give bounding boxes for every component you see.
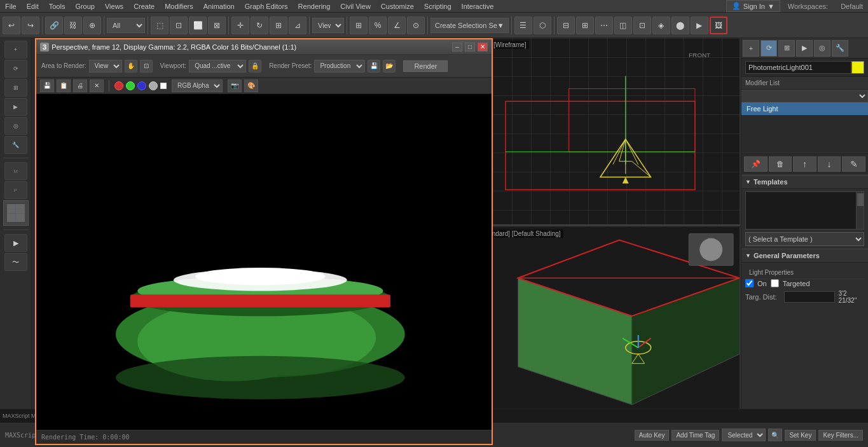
menu-rendering[interactable]: Rendering [293,1,336,11]
rp-motion-btn[interactable]: ▶ [796,40,813,57]
modifier-pin-btn[interactable]: 📌 [744,156,768,172]
select-region-button[interactable]: ⊡ [170,17,188,34]
selected-dropdown[interactable]: Selected [722,429,766,441]
create-panel-btn[interactable]: + [4,41,27,58]
menu-scripting[interactable]: Scripting [419,1,457,11]
targeted-checkbox[interactable] [771,279,779,287]
object-color-swatch[interactable] [851,61,864,74]
sidebar-nav-btn1[interactable]: M [4,162,27,180]
menu-modifiers[interactable]: Modifiers [160,1,198,11]
menu-edit[interactable]: Edit [22,1,44,11]
quick-render-button[interactable]: ▶ [691,17,708,34]
area-icon-btn[interactable]: ✋ [125,60,137,72]
blue-channel-btn[interactable] [137,81,146,90]
mirror-button[interactable]: ⊞ [270,17,287,34]
menu-animation[interactable]: Animation [198,1,240,11]
select-fence-button[interactable]: ⬜ [189,17,207,34]
move-button[interactable]: ✛ [231,17,249,34]
lock-viewport-btn[interactable]: 🔒 [249,60,261,72]
menu-customize[interactable]: Customize [376,1,419,11]
menu-graph-editors[interactable]: Graph Editors [240,1,293,11]
rp-display-btn[interactable]: ◎ [814,40,830,57]
add-time-tag-btn[interactable]: Add Time Tag [672,430,719,441]
unlink-button[interactable]: ⛓ [64,17,82,34]
menu-file[interactable]: File [0,1,22,11]
templates-scrollthumb[interactable] [857,193,864,206]
undo-button[interactable]: ↩ [3,17,20,34]
select-object-button[interactable]: ⬚ [151,17,169,34]
rp-hierarchy-btn[interactable]: ⊞ [778,40,795,57]
modifier-free-light[interactable]: Free Light [741,102,868,115]
area-crop-btn[interactable]: ⊡ [140,60,153,72]
menu-create[interactable]: Create [128,1,160,11]
view-dropdown[interactable]: View [312,18,344,33]
templates-scrollbar[interactable] [856,192,864,229]
modifier-dropdown[interactable] [742,90,867,102]
clone-render-btn[interactable]: 📋 [57,79,71,92]
on-checkbox[interactable] [745,279,754,287]
mono-channel-btn[interactable] [160,83,167,89]
rp-create-btn[interactable]: + [743,40,759,57]
arrow-btn[interactable]: ▶ [4,234,27,252]
curve-editor-button[interactable]: ⋯ [595,17,613,34]
scale-button[interactable]: ⊿ [289,17,307,34]
preset-dropdown[interactable]: Production [314,60,365,72]
menu-group[interactable]: Group [70,1,100,11]
set-key-btn[interactable]: Set Key [785,430,816,441]
area-dropdown[interactable]: View [89,60,122,72]
copy-render-btn[interactable]: 📷 [228,79,242,92]
viewport-dropdown[interactable]: Quad ...ctive [189,60,246,72]
create-selection-button[interactable]: Create Selection Se ▼ [431,18,509,33]
channel-select[interactable]: RGB Alpha [172,79,223,92]
object-name-input[interactable] [745,61,851,74]
hierarchy-panel-btn[interactable]: ⊞ [4,79,27,97]
link-button[interactable]: 🔗 [45,17,63,34]
targ-dist-input[interactable] [784,291,835,303]
templates-section-header[interactable]: ▼ Templates [741,175,868,189]
auto-key-btn[interactable]: Auto Key [635,430,670,441]
menu-views[interactable]: Views [100,1,128,11]
quad-view-btn[interactable] [3,200,29,226]
named-selections-button[interactable]: ☰ [514,17,532,34]
modifier-highlight-btn[interactable]: ✎ [842,156,865,172]
motion-panel-btn[interactable]: ▶ [4,98,27,116]
green-channel-btn[interactable] [126,81,135,90]
spinner-button[interactable]: ⊙ [407,17,425,34]
render-minimize-button[interactable]: – [452,43,462,52]
filter-dropdown[interactable]: All [107,18,145,33]
utilities-panel-btn[interactable]: 🔧 [4,136,27,154]
modifier-add-btn[interactable]: 🗑 [769,156,792,172]
search-key-btn[interactable]: 🔍 [768,429,782,441]
modify-panel-btn[interactable]: ⟳ [4,60,27,78]
render-button[interactable]: Render [403,60,448,72]
menu-interactive[interactable]: Interactive [457,1,499,11]
material-editor-button[interactable]: ◈ [652,17,670,34]
render-frame-window-button[interactable]: 🖼 [710,17,727,34]
render-setup-button[interactable]: ⬤ [672,17,689,34]
sign-in-button[interactable]: 👤 Sign In ▼ [726,0,780,12]
angle-button[interactable]: ∠ [388,17,406,34]
preset-load-btn[interactable]: 📂 [383,60,396,72]
layer-button[interactable]: ⊞ [576,17,594,34]
bind-button[interactable]: ⊕ [83,17,101,34]
templates-select[interactable]: ( Select a Template ) [745,232,864,246]
rotate-button[interactable]: ↻ [251,17,268,34]
align-button[interactable]: ⊟ [557,17,575,34]
rp-utilities-btn[interactable]: 🔧 [832,40,848,57]
clear-render-btn[interactable]: ✕ [90,79,104,92]
rp-modify-btn[interactable]: ⟳ [761,40,777,57]
wave-btn[interactable]: 〜 [4,253,27,271]
schematic-button[interactable]: ⊡ [633,17,651,34]
gen-params-section-header[interactable]: ▼ General Parameters [741,249,868,263]
mirror-selected-button[interactable]: ⬡ [534,17,551,34]
preset-save-btn[interactable]: 💾 [368,60,380,72]
modifier-up-btn[interactable]: ↑ [793,156,816,172]
alpha-channel-btn[interactable] [149,81,158,90]
render-close-button[interactable]: ✕ [478,43,488,52]
key-filters-btn[interactable]: Key Filters... [818,430,863,441]
sidebar-nav-btn2[interactable]: P [4,181,27,199]
snap-toggle-button[interactable]: ⊞ [350,17,368,34]
render-maximize-button[interactable]: □ [465,43,475,52]
redo-button[interactable]: ↪ [22,17,39,34]
ribbon-button[interactable]: ◫ [614,17,632,34]
